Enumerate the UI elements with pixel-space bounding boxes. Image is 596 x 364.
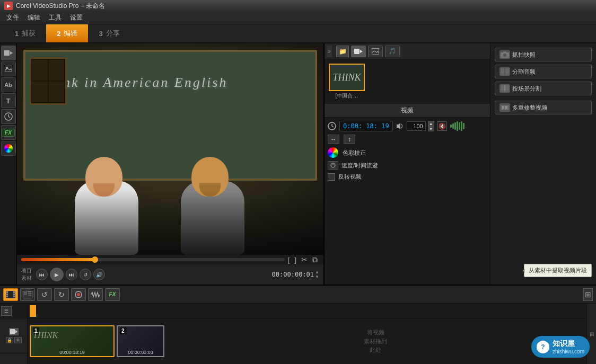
volume-arrows[interactable]: ▲ ▼ <box>428 121 434 131</box>
prev-frame-btn[interactable]: ⏮ <box>36 269 48 280</box>
timecode-arrows[interactable]: ▲ ▼ <box>315 270 319 279</box>
timecode-display: 00:00:00:01 ▲ ▼ <box>272 270 319 279</box>
track-vis-btn[interactable]: 👁 <box>14 337 22 343</box>
speed-icon <box>328 161 338 170</box>
flip-v-btn[interactable]: ↕ <box>344 135 355 144</box>
wave-bar-1 <box>450 125 452 128</box>
svg-rect-23 <box>501 105 509 110</box>
svg-line-12 <box>332 126 334 127</box>
sidebar-icon-text[interactable]: Ab <box>1 77 16 92</box>
snapshot-icon <box>499 50 510 59</box>
thumb-text: THINK <box>332 72 361 83</box>
thumb-img-1[interactable]: THINK <box>329 64 365 91</box>
color-correction-label[interactable]: 色彩校正 <box>343 149 366 157</box>
wave-bar-6 <box>461 121 462 131</box>
track-body: 1 THINK 00:00:18:19 2 00:00:03:03 将视频素材拖… <box>28 304 586 364</box>
tl-btn-wave[interactable] <box>88 288 103 301</box>
expand-chevron[interactable]: » <box>327 46 332 57</box>
folder-btn[interactable]: 📁 <box>336 46 349 57</box>
sidebar-icon-image[interactable] <box>1 61 16 76</box>
menu-tools[interactable]: 工具 <box>45 12 66 23</box>
sidebar-icon-video[interactable] <box>1 46 16 60</box>
color-row: 色彩校正 <box>328 147 487 158</box>
step-share[interactable]: 3 分享 <box>88 24 130 42</box>
multi-trim-btn[interactable]: 多重修整视频 <box>495 101 592 114</box>
waveform-display <box>450 121 464 131</box>
left-sidebar: Ab T FX <box>0 43 17 285</box>
clip-2-time: 00:00:03:03 <box>128 350 153 355</box>
split-audio-icon <box>499 67 510 76</box>
menu-settings[interactable]: 设置 <box>66 12 87 23</box>
app-icon: ▶ <box>4 2 13 10</box>
tab-video[interactable] <box>351 46 366 57</box>
menu-edit[interactable]: 编辑 <box>23 12 45 23</box>
menu-file[interactable]: 文件 <box>2 12 23 23</box>
by-scene-btn[interactable]: 按场景分割 <box>495 82 592 95</box>
step-capture[interactable]: 1 捕获 <box>4 24 46 42</box>
paste-btn[interactable]: ⧉ <box>311 255 319 264</box>
window-frame <box>30 57 67 105</box>
svg-rect-25 <box>505 106 507 109</box>
svg-rect-0 <box>4 50 10 56</box>
svg-rect-30 <box>13 291 15 293</box>
timecode-down[interactable]: ▼ <box>315 274 319 279</box>
snapshot-btn[interactable]: 抓拍快照 <box>495 48 592 61</box>
timecode-up[interactable]: ▲ <box>315 270 319 274</box>
svg-marker-42 <box>15 330 17 333</box>
scroll-indicator[interactable]: ⊞ <box>587 304 596 364</box>
action-buttons-panel: 抓拍快照 分割音频 按场景分割 多重修整视频 从素材中提取视频片段 <box>490 43 596 285</box>
hamburger-btn[interactable]: ☰ <box>1 306 12 316</box>
svg-marker-13 <box>397 123 400 129</box>
time-display[interactable]: 0:00: 18: 19 <box>339 121 393 131</box>
sidebar-icon-clock[interactable] <box>1 109 16 124</box>
mark-out-btn[interactable]: ] <box>293 256 298 264</box>
watermark-icon-text: ? <box>541 343 545 351</box>
menu-bar: 文件 编辑 工具 设置 <box>0 12 596 24</box>
thumb-item-1[interactable]: THINK [中国合… <box>329 64 365 100</box>
zoom-out-btn[interactable]: ⊞ <box>583 288 593 301</box>
sidebar-icon-fx[interactable]: FX <box>1 125 16 140</box>
speed-row: 速度/时间流逝 <box>328 161 487 170</box>
tl-btn-undo[interactable]: ↺ <box>37 288 52 301</box>
clip-2[interactable]: 2 00:00:03:03 <box>117 325 164 357</box>
svg-rect-24 <box>502 106 504 109</box>
clip-1[interactable]: 1 THINK 00:00:18:19 <box>30 325 115 357</box>
timeline-cursor[interactable] <box>30 305 36 317</box>
svg-rect-27 <box>6 291 8 293</box>
tab-audio[interactable]: 🎵 <box>385 46 400 57</box>
play-btn[interactable]: ▶ <box>50 268 64 281</box>
svg-point-17 <box>503 54 506 57</box>
repeat-btn[interactable]: ↺ <box>80 269 91 280</box>
tab-image[interactable] <box>368 46 383 57</box>
vol-down[interactable]: ▼ <box>428 126 434 131</box>
tl-btn-record[interactable] <box>71 288 86 301</box>
tl-btn-film[interactable] <box>3 288 18 301</box>
mark-in-btn[interactable]: [ <box>286 256 292 264</box>
tl-btn-fx[interactable]: FX <box>105 288 120 301</box>
flip-h-btn[interactable]: ↔ <box>328 135 339 144</box>
progress-track[interactable] <box>21 258 285 261</box>
reverse-checkbox[interactable] <box>328 173 335 181</box>
next-frame-btn[interactable]: ⏭ <box>66 269 77 280</box>
svg-rect-20 <box>505 68 509 75</box>
tl-btn-redo[interactable]: ↻ <box>54 288 69 301</box>
flip-row: ↔ ↕ <box>328 135 487 144</box>
track-lock-btn[interactable]: 🔒 <box>6 337 13 343</box>
tl-btn-image[interactable] <box>20 288 35 301</box>
volume-value[interactable]: 100 <box>407 121 426 131</box>
step-edit[interactable]: 2 编辑 <box>46 24 88 42</box>
wave-bar-5 <box>459 122 460 130</box>
sidebar-icon-title[interactable]: T <box>1 93 16 108</box>
speed-time-label[interactable]: 速度/时间流逝 <box>341 162 378 170</box>
step-num-3: 3 <box>99 30 102 38</box>
volume-btn[interactable]: 🔊 <box>93 269 105 280</box>
mute-btn[interactable]: 🔇 <box>437 121 447 131</box>
cut-btn[interactable]: ✂ <box>300 255 309 264</box>
track-video-icon[interactable] <box>9 328 19 335</box>
media-content: THINK [中国合… 视频 0:00: 18: 19 100 <box>325 59 490 285</box>
vol-up[interactable]: ▲ <box>428 121 434 126</box>
sidebar-icon-color[interactable] <box>1 141 16 156</box>
split-audio-btn[interactable]: 分割音频 <box>495 65 592 78</box>
progress-fill <box>21 258 95 261</box>
svg-marker-8 <box>360 50 363 53</box>
